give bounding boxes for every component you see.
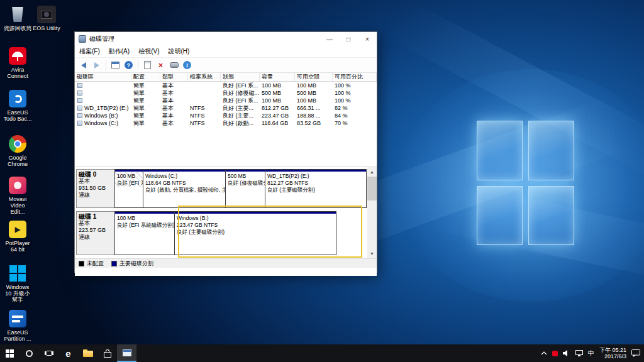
desktop-icon-label: Avira Connect xyxy=(3,67,33,79)
window-icon[interactable] xyxy=(79,35,86,43)
volume-icon xyxy=(77,106,82,111)
desktop-icon-avira-connect[interactable]: Avira Connect xyxy=(3,45,33,79)
column-header[interactable]: 類型 xyxy=(160,73,188,81)
search-button[interactable] xyxy=(19,344,39,362)
vertical-scrollbar[interactable]: ▲ ▼ xyxy=(367,167,377,258)
tray-time: 下午 05:21 xyxy=(599,347,626,353)
potplayer-icon: ▶ xyxy=(3,219,33,240)
easeus-todo-icon xyxy=(3,88,33,109)
store-button[interactable] xyxy=(97,344,117,362)
volume-list: 磁碟區 配置 類型 檔案系統 狀態 容量 可用空間 可用百分比 簡單 基本 良好… xyxy=(75,73,377,167)
desktop-icon-label: EaseUS Partition ... xyxy=(3,329,33,342)
network-tray-icon[interactable] xyxy=(575,350,583,357)
window-title: 磁碟管理 xyxy=(89,35,320,43)
partition-windows-b[interactable]: Windows (B:) 223.47 GB NTFS 良好 (主要磁碟分割) xyxy=(174,211,336,255)
disk-0-label[interactable]: 磁碟 0 基本 931.50 GB 連線 xyxy=(76,169,115,208)
legend-label: 未配置 xyxy=(87,260,104,268)
column-header[interactable]: 狀態 xyxy=(221,73,260,81)
windows-logo-pane xyxy=(528,121,574,180)
desktop-icon-movavi[interactable]: Movavi Video Edit... xyxy=(3,175,33,215)
hidden-icons-chevron[interactable] xyxy=(541,351,547,355)
info-icon[interactable]: i xyxy=(182,60,192,70)
window-bottom-strip xyxy=(75,268,377,276)
volume-row[interactable]: 簡單 基本 良好 (EFI 系... 100 MB 100 MB 100 % xyxy=(75,82,377,89)
scroll-up-arrow[interactable]: ▲ xyxy=(367,167,377,177)
maximize-button[interactable]: □ xyxy=(339,32,358,46)
desktop-icon-potplayer[interactable]: ▶ PotPlayer 64 bit xyxy=(3,219,33,253)
edge-button[interactable]: e xyxy=(58,344,78,362)
partition-windows-c[interactable]: Windows (C:) 118.64 GB NTFS 良好 (啟動, 分頁檔案… xyxy=(143,169,226,208)
back-icon[interactable] xyxy=(78,60,89,70)
close-button[interactable]: × xyxy=(358,32,377,46)
chrome-icon xyxy=(3,133,33,155)
column-header[interactable]: 可用百分比 xyxy=(333,73,377,81)
scrollbar-thumb[interactable] xyxy=(367,177,377,200)
menu-action[interactable]: 動作(A) xyxy=(104,47,134,56)
partition-disk1-efi[interactable]: 100 MB 良好 (EFI 系統磁碟分割) xyxy=(114,211,175,255)
action-center-icon[interactable] xyxy=(631,349,640,357)
eos-utility-icon xyxy=(31,4,62,25)
desktop-icon-easeus-todo[interactable]: EaseUS Todo Bac... xyxy=(3,88,33,122)
minimize-button[interactable]: — xyxy=(320,32,339,46)
windows-upgrade-icon xyxy=(3,263,33,284)
menu-file[interactable]: 檔案(F) xyxy=(75,47,104,56)
desktop-icon-label: EaseUS Todo Bac... xyxy=(3,109,33,122)
avira-tray-icon[interactable] xyxy=(552,351,558,356)
volume-list-header: 磁碟區 配置 類型 檔案系統 狀態 容量 可用空間 可用百分比 xyxy=(75,73,377,82)
file-explorer-button[interactable] xyxy=(78,344,97,362)
volume-tray-icon[interactable] xyxy=(563,350,570,356)
tray-date: 2017/6/3 xyxy=(599,353,626,359)
column-header[interactable]: 磁碟區 xyxy=(75,73,131,81)
menu-view[interactable]: 檢視(V) xyxy=(134,47,164,56)
column-header[interactable]: 檔案系統 xyxy=(188,73,221,81)
column-header[interactable]: 配置 xyxy=(131,73,160,81)
volume-row[interactable]: 簡單 基本 良好 (EFI 系... 100 MB 100 MB 100 % xyxy=(75,97,377,104)
desktop-icon-easeus-partition[interactable]: EaseUS Partition ... xyxy=(3,308,33,342)
forward-icon[interactable] xyxy=(91,60,102,70)
menu-help[interactable]: 說明(H) xyxy=(164,47,194,56)
volume-row[interactable]: Windows (C:) 簡單 基本 NTFS 良好 (啟動... 118.64… xyxy=(75,119,377,127)
partition-wd1tb-e[interactable]: WD_1TB(P2) (E:) 812.27 GB NTFS 良好 (主要磁碟分… xyxy=(265,169,367,208)
legend: 未配置 主要磁碟分割 xyxy=(75,258,377,268)
volume-icon xyxy=(77,121,82,126)
disk-management-taskbar-button[interactable] xyxy=(117,344,136,362)
scrollbar-track[interactable] xyxy=(367,200,377,249)
desktop-icon-win10-upgrade[interactable]: Windows 10 升級小幫手 xyxy=(3,263,33,303)
volume-row[interactable]: WD_1TB(P2) (E:) 簡單 基本 NTFS 良好 (主要... 812… xyxy=(75,104,377,112)
desktop-icon-google-chrome[interactable]: Google Chrome xyxy=(3,133,33,167)
properties-icon[interactable] xyxy=(142,60,153,70)
help-icon[interactable]: ? xyxy=(123,60,134,70)
desktop-icon-eos-utility[interactable]: EOS Utility xyxy=(31,4,62,31)
legend-swatch-unallocated xyxy=(79,261,84,266)
delete-volume-icon[interactable]: × xyxy=(155,60,166,70)
column-header[interactable]: 可用空間 xyxy=(295,73,333,81)
task-view-button[interactable] xyxy=(39,344,58,362)
disk-action-icon[interactable] xyxy=(169,60,179,70)
tray-clock[interactable]: 下午 05:21 2017/6/3 xyxy=(599,347,626,359)
disk-1-label[interactable]: 磁碟 1 基本 223.57 GB 連線 xyxy=(76,211,115,255)
store-icon xyxy=(104,349,111,358)
disk-management-icon xyxy=(123,349,131,356)
desktop-icon-label: Google Chrome xyxy=(3,155,33,167)
search-icon xyxy=(26,350,33,357)
legend-label: 主要磁碟分割 xyxy=(119,260,153,268)
partition-disk0-efi[interactable]: 100 MB 良好 (EFI 系 xyxy=(114,169,143,208)
disk-management-window: 磁碟管理 — □ × 檔案(F) 動作(A) 檢視(V) 說明(H) ? × i… xyxy=(74,31,377,273)
volume-row[interactable]: Windows (B:) 簡單 基本 NTFS 良好 (主要... 223.47… xyxy=(75,112,377,119)
console-window-icon[interactable] xyxy=(110,60,121,70)
toolbar: ? × i xyxy=(75,58,377,73)
windows-logo xyxy=(477,121,574,245)
toolbar-separator xyxy=(138,60,138,70)
edge-icon: e xyxy=(65,349,70,358)
desktop-icon-label: EOS Utility xyxy=(31,25,62,31)
titlebar[interactable]: 磁碟管理 — □ × xyxy=(75,32,377,46)
desktop-icon-recycle-bin[interactable]: 資源回收筒 xyxy=(3,4,33,31)
start-icon xyxy=(6,349,14,358)
partition-recovery[interactable]: 500 MB 良好 (修復磁碟分 xyxy=(225,169,265,208)
volume-row[interactable]: 簡單 基本 良好 (修復磁... 500 MB 500 MB 100 % xyxy=(75,89,377,97)
desktop-icon-label: Movavi Video Edit... xyxy=(3,196,33,215)
ime-indicator[interactable]: 中 xyxy=(588,349,594,358)
column-header[interactable]: 容量 xyxy=(260,73,295,81)
start-button[interactable] xyxy=(0,344,19,362)
scroll-down-arrow[interactable]: ▼ xyxy=(367,249,377,258)
